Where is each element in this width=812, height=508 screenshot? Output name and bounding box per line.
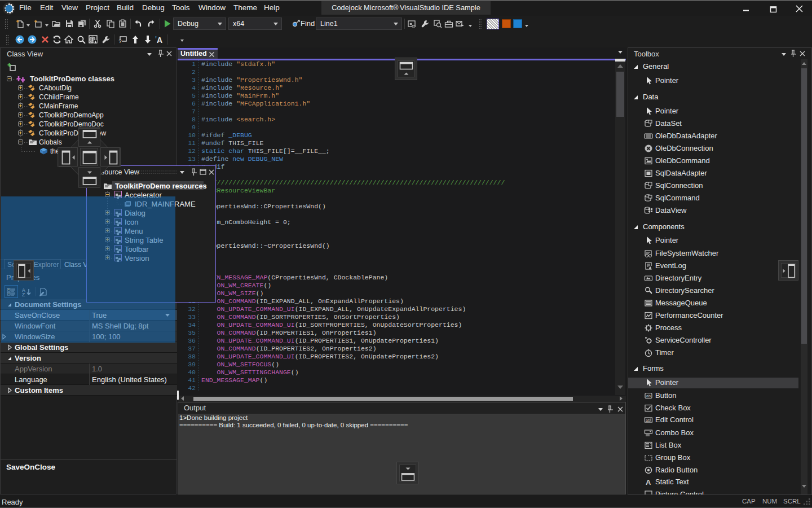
svg-text:A: A bbox=[157, 36, 162, 44]
svg-text:ab: ab bbox=[646, 418, 650, 422]
svg-text:ab: ab bbox=[646, 393, 651, 397]
svg-text:A: A bbox=[646, 478, 651, 487]
svg-text:?: ? bbox=[119, 38, 122, 44]
